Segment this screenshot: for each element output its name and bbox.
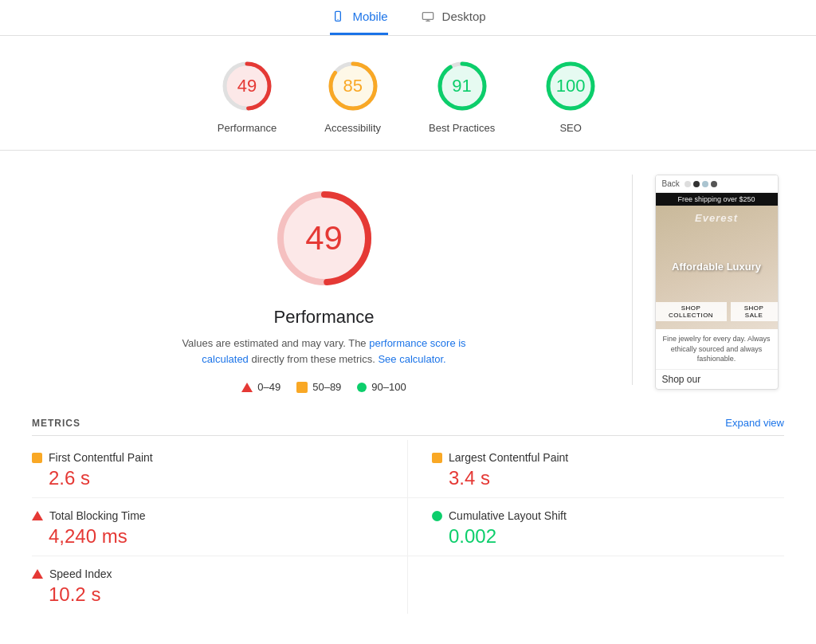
legend-row: 0–49 50–89 90–100 [241, 381, 406, 393]
lcp-indicator [432, 453, 442, 463]
tab-mobile[interactable]: Mobile [330, 10, 387, 35]
perf-description: Values are estimated and may vary. The p… [181, 336, 468, 367]
score-row: 49 Performance 85 Accessibility 91 Best … [0, 36, 816, 151]
lcp-value: 3.4 s [432, 467, 784, 489]
dot-4 [711, 181, 717, 187]
tbt-indicator [32, 511, 43, 520]
phone-image-buttons: SHOP COLLECTION SHOP SALE [656, 302, 778, 321]
phone-dots [685, 181, 717, 187]
score-circle-best-practices: 91 [434, 58, 490, 114]
left-panel: 49 Performance Values are estimated and … [32, 167, 616, 393]
metric-fcp-header: First Contentful Paint [32, 451, 383, 464]
score-circle-accessibility: 85 [325, 58, 381, 114]
tbt-label: Total Blocking Time [49, 509, 146, 522]
si-indicator [32, 569, 43, 579]
right-panel: Back Free shipping over $250 Everest Aff… [649, 167, 784, 393]
cls-label: Cumulative Layout Shift [449, 509, 567, 522]
si-label: Speed Index [49, 567, 112, 580]
tab-desktop-label: Desktop [442, 10, 486, 23]
score-label-seo: SEO [559, 122, 581, 134]
tab-desktop[interactable]: Desktop [420, 10, 486, 35]
score-card-performance: 49 Performance [218, 58, 277, 134]
vertical-divider [632, 175, 633, 385]
brand-name: Everest [656, 212, 778, 224]
phone-shop-text: Shop our [656, 369, 778, 389]
mobile-icon [330, 10, 346, 23]
legend-average-range: 50–89 [312, 381, 341, 393]
score-circle-seo: 100 [543, 58, 598, 114]
phone-top-bar: Back [656, 175, 778, 193]
cls-value: 0.002 [432, 525, 784, 548]
cls-indicator [432, 511, 442, 521]
phone-preview: Back Free shipping over $250 Everest Aff… [655, 175, 779, 390]
metrics-header: METRICS Expand view [32, 417, 784, 436]
back-label: Back [662, 179, 680, 188]
legend-fail-range: 0–49 [257, 381, 280, 393]
svg-rect-2 [422, 12, 433, 19]
metrics-section: METRICS Expand view First Contentful Pai… [0, 417, 816, 614]
score-circle-performance: 49 [219, 58, 275, 114]
metric-lcp-header: Largest Contentful Paint [432, 451, 784, 464]
score-label-best-practices: Best Practices [429, 122, 495, 134]
expand-view-link[interactable]: Expand view [725, 417, 784, 429]
legend-pass: 90–100 [357, 381, 406, 393]
phone-headline: Affordable Luxury [664, 261, 769, 274]
fcp-indicator [32, 453, 42, 463]
fcp-value: 2.6 s [32, 467, 383, 489]
metrics-grid: First Contentful Paint 2.6 s Largest Con… [32, 440, 784, 614]
si-value: 10.2 s [32, 583, 383, 606]
shipping-bar: Free shipping over $250 [656, 193, 778, 206]
svg-point-1 [338, 18, 339, 19]
perf-title: Performance [274, 307, 375, 328]
tbt-value: 4,240 ms [32, 525, 383, 548]
metric-tbt-header: Total Blocking Time [32, 509, 383, 522]
big-score-gauge: 49 [269, 183, 380, 294]
lcp-label: Largest Contentful Paint [449, 451, 568, 464]
shop-collection-btn[interactable]: SHOP COLLECTION [656, 302, 727, 321]
legend-fail: 0–49 [241, 381, 280, 393]
legend-average: 50–89 [296, 381, 341, 393]
score-value-performance: 49 [237, 76, 257, 96]
score-card-seo: 100 SEO [543, 58, 598, 134]
score-value-seo: 100 [556, 76, 586, 96]
see-calculator-link[interactable]: See calculator. [378, 353, 445, 365]
metric-tbt: Total Blocking Time 4,240 ms [32, 498, 408, 556]
tab-bar: Mobile Desktop [0, 0, 816, 36]
phone-image-area: Everest Affordable Luxury SHOP COLLECTIO… [656, 206, 778, 329]
metric-si-header: Speed Index [32, 567, 383, 580]
score-label-accessibility: Accessibility [324, 122, 381, 134]
shop-sale-btn[interactable]: SHOP SALE [731, 302, 778, 321]
main-content: 49 Performance Values are estimated and … [0, 151, 816, 409]
big-score-value: 49 [305, 219, 343, 257]
score-card-best-practices: 91 Best Practices [429, 58, 495, 134]
metric-si: Speed Index 10.2 s [32, 556, 408, 614]
phone-bottom-text: Fine jewelry for every day. Always ethic… [656, 329, 778, 369]
fcp-label: First Contentful Paint [49, 451, 153, 464]
metric-cls-header: Cumulative Layout Shift [432, 509, 784, 522]
score-label-performance: Performance [218, 122, 277, 134]
dot-2 [693, 181, 700, 187]
metrics-title: METRICS [32, 418, 80, 429]
score-card-accessibility: 85 Accessibility [324, 58, 381, 134]
score-value-accessibility: 85 [343, 76, 362, 96]
desktop-icon [420, 10, 436, 23]
tab-mobile-label: Mobile [352, 10, 387, 23]
metric-cls: Cumulative Layout Shift 0.002 [408, 498, 784, 556]
score-value-best-practices: 91 [452, 76, 471, 96]
metric-lcp: Largest Contentful Paint 3.4 s [408, 440, 784, 498]
average-icon [296, 382, 308, 393]
dot-3 [702, 181, 708, 187]
legend-pass-range: 90–100 [371, 381, 406, 393]
metric-fcp: First Contentful Paint 2.6 s [32, 440, 408, 498]
pass-icon [357, 383, 367, 392]
dot-1 [685, 181, 691, 187]
fail-icon [241, 383, 253, 392]
